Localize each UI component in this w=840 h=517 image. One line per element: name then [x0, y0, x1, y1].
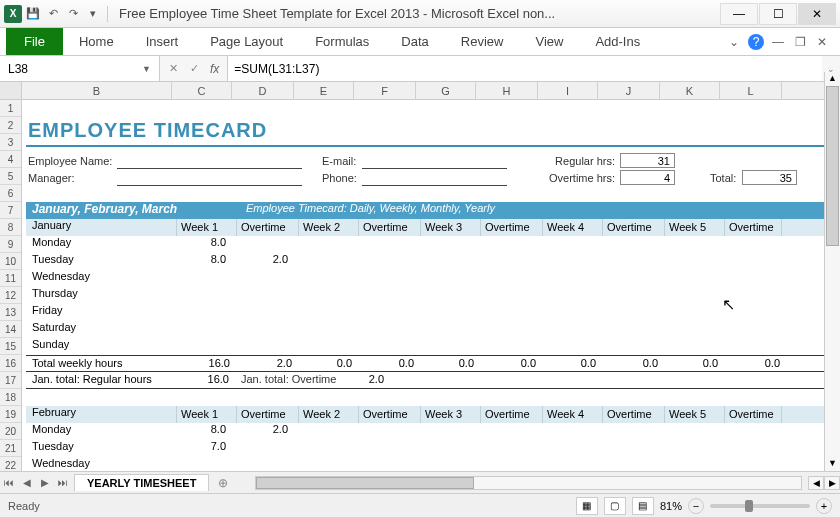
- tab-home[interactable]: Home: [63, 28, 130, 55]
- scroll-down-button[interactable]: ▼: [825, 457, 840, 471]
- zoom-percent[interactable]: 81%: [660, 500, 682, 512]
- hours-cell[interactable]: 7.0: [176, 440, 226, 452]
- sheet-nav-last[interactable]: ⏭: [54, 477, 72, 488]
- page-layout-view-button[interactable]: ▢: [604, 497, 626, 515]
- overtime-hrs-label: Overtime hrs:: [545, 172, 615, 184]
- total-value: 35: [742, 170, 797, 185]
- horizontal-scrollbar[interactable]: [255, 476, 802, 490]
- week-header-col: Overtime: [602, 219, 660, 236]
- page-break-view-button[interactable]: ▤: [632, 497, 654, 515]
- zoom-out-button[interactable]: −: [688, 498, 704, 514]
- maximize-button[interactable]: ☐: [759, 3, 797, 25]
- tab-page-layout[interactable]: Page Layout: [194, 28, 299, 55]
- select-all-corner[interactable]: [0, 82, 22, 99]
- column-header-E[interactable]: E: [294, 82, 354, 99]
- zoom-thumb[interactable]: [745, 500, 753, 512]
- tab-data[interactable]: Data: [385, 28, 444, 55]
- row-header-3[interactable]: 3: [0, 134, 21, 151]
- row-header-8[interactable]: 8: [0, 219, 21, 236]
- column-header-G[interactable]: G: [416, 82, 476, 99]
- tab-review[interactable]: Review: [445, 28, 520, 55]
- hours-cell[interactable]: 2.0: [236, 423, 288, 435]
- row-header-10[interactable]: 10: [0, 253, 21, 270]
- week-header-col: Week 1: [176, 406, 232, 423]
- grid[interactable]: EMPLOYEE TIMECARD Employee Name: Manager…: [22, 100, 840, 475]
- save-icon[interactable]: 💾: [24, 5, 42, 23]
- row-header-7[interactable]: 7: [0, 202, 21, 219]
- row-header-18[interactable]: 18: [0, 389, 21, 406]
- row-header-12[interactable]: 12: [0, 287, 21, 304]
- tab-addins[interactable]: Add-Ins: [579, 28, 656, 55]
- sheet-tab-yearly[interactable]: YEARLY TIMESHEET: [74, 474, 209, 491]
- hscroll-thumb[interactable]: [256, 477, 474, 489]
- redo-icon[interactable]: ↷: [64, 5, 82, 23]
- row-header-21[interactable]: 21: [0, 440, 21, 457]
- name-box[interactable]: L38 ▼: [0, 56, 160, 81]
- row-header-19[interactable]: 19: [0, 406, 21, 423]
- close-button[interactable]: ✕: [798, 3, 836, 25]
- namebox-dropdown-icon[interactable]: ▼: [142, 64, 151, 74]
- normal-view-button[interactable]: ▦: [576, 497, 598, 515]
- zoom-in-button[interactable]: +: [816, 498, 832, 514]
- tab-formulas[interactable]: Formulas: [299, 28, 385, 55]
- sheet-nav-next[interactable]: ▶: [36, 477, 54, 488]
- row-header-16[interactable]: 16: [0, 355, 21, 372]
- sheet-nav-prev[interactable]: ◀: [18, 477, 36, 488]
- ribbon-collapse-icon[interactable]: ⌄: [726, 34, 742, 50]
- total-cell: 0.0: [484, 357, 536, 369]
- vscroll-thumb[interactable]: [826, 86, 839, 246]
- scroll-right-button[interactable]: ▶: [824, 476, 840, 490]
- fx-icon[interactable]: fx: [206, 62, 223, 76]
- total-cell: 0.0: [362, 357, 414, 369]
- excel-icon[interactable]: X: [4, 5, 22, 23]
- column-header-L[interactable]: L: [720, 82, 782, 99]
- column-header-J[interactable]: J: [598, 82, 660, 99]
- column-header-F[interactable]: F: [354, 82, 416, 99]
- sheet-nav-first[interactable]: ⏮: [0, 477, 18, 488]
- day-label: Monday: [32, 423, 71, 435]
- row-header-20[interactable]: 20: [0, 423, 21, 440]
- row-header-2[interactable]: 2: [0, 117, 21, 134]
- row-header-6[interactable]: 6: [0, 185, 21, 202]
- row-header-1[interactable]: 1: [0, 100, 21, 117]
- window-minimize-icon[interactable]: —: [770, 34, 786, 50]
- vertical-scrollbar[interactable]: ▲ ▼: [824, 72, 840, 471]
- tab-insert[interactable]: Insert: [130, 28, 195, 55]
- qat-dropdown-icon[interactable]: ▾: [84, 5, 102, 23]
- column-header-I[interactable]: I: [538, 82, 598, 99]
- scroll-up-button[interactable]: ▲: [825, 72, 840, 86]
- column-header-D[interactable]: D: [232, 82, 294, 99]
- window-close-icon[interactable]: ✕: [814, 34, 830, 50]
- formula-input[interactable]: [227, 56, 822, 81]
- column-header-C[interactable]: C: [172, 82, 232, 99]
- minimize-button[interactable]: —: [720, 3, 758, 25]
- row-header-17[interactable]: 17: [0, 372, 21, 389]
- file-tab[interactable]: File: [6, 28, 63, 55]
- total-cell: 2.0: [240, 357, 292, 369]
- help-icon[interactable]: ?: [748, 34, 764, 50]
- worksheet[interactable]: 12345678910111213141516171819202122 EMPL…: [0, 100, 840, 475]
- row-header-5[interactable]: 5: [0, 168, 21, 185]
- accept-formula-icon[interactable]: ✓: [185, 60, 203, 78]
- row-header-4[interactable]: 4: [0, 151, 21, 168]
- row-header-15[interactable]: 15: [0, 338, 21, 355]
- hours-cell[interactable]: 8.0: [176, 236, 226, 248]
- cancel-formula-icon[interactable]: ✕: [164, 60, 182, 78]
- hours-cell[interactable]: 2.0: [236, 253, 288, 265]
- undo-icon[interactable]: ↶: [44, 5, 62, 23]
- row-header-11[interactable]: 11: [0, 270, 21, 287]
- row-header-9[interactable]: 9: [0, 236, 21, 253]
- hours-cell[interactable]: 8.0: [176, 423, 226, 435]
- new-sheet-icon[interactable]: ⊕: [211, 476, 235, 490]
- row-header-14[interactable]: 14: [0, 321, 21, 338]
- window-restore-icon[interactable]: ❐: [792, 34, 808, 50]
- column-header-B[interactable]: B: [22, 82, 172, 99]
- scroll-left-button[interactable]: ◀: [808, 476, 824, 490]
- hours-cell[interactable]: 8.0: [176, 253, 226, 265]
- column-header-H[interactable]: H: [476, 82, 538, 99]
- overtime-hrs-value: 4: [620, 170, 675, 185]
- tab-view[interactable]: View: [519, 28, 579, 55]
- column-header-K[interactable]: K: [660, 82, 720, 99]
- row-header-13[interactable]: 13: [0, 304, 21, 321]
- zoom-slider[interactable]: [710, 504, 810, 508]
